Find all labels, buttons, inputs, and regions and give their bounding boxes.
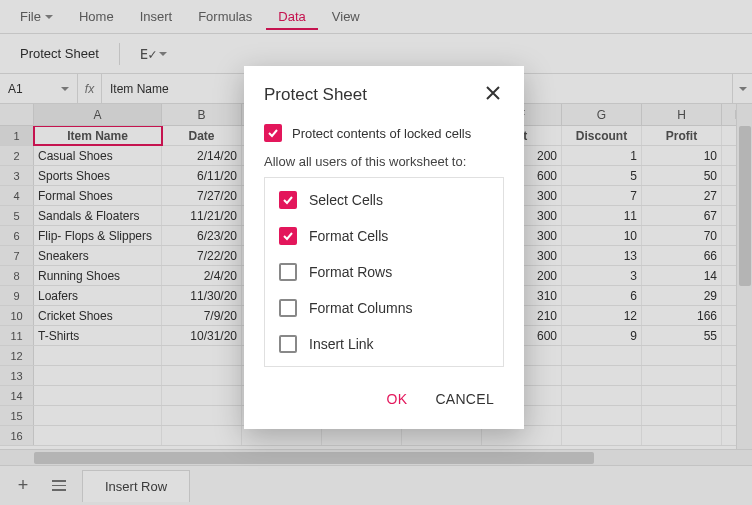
permission-checkbox[interactable] (279, 299, 297, 317)
permission-item[interactable]: Select Cells (265, 182, 503, 218)
permission-checkbox[interactable] (279, 227, 297, 245)
permissions-list: Select CellsFormat CellsFormat RowsForma… (264, 177, 504, 367)
allow-users-label: Allow all users of this worksheet to: (264, 154, 504, 169)
permission-label: Format Rows (309, 264, 392, 280)
cancel-button[interactable]: CANCEL (431, 385, 498, 413)
close-icon (486, 86, 500, 100)
check-icon (282, 230, 294, 242)
permission-item[interactable]: Format Cells (265, 218, 503, 254)
permission-item[interactable]: Format Columns (265, 290, 503, 326)
permission-checkbox[interactable] (279, 263, 297, 281)
protect-contents-checkbox-row[interactable]: Protect contents of locked cells (264, 124, 504, 142)
ok-button[interactable]: OK (383, 385, 412, 413)
protect-sheet-dialog: Protect Sheet Protect contents of locked… (244, 66, 524, 429)
permission-label: Select Cells (309, 192, 383, 208)
protect-contents-checkbox[interactable] (264, 124, 282, 142)
dialog-close-button[interactable] (482, 84, 504, 106)
permission-label: Format Columns (309, 300, 412, 316)
permission-checkbox[interactable] (279, 191, 297, 209)
permission-label: Insert Link (309, 336, 374, 352)
dialog-title: Protect Sheet (264, 85, 367, 105)
permission-checkbox[interactable] (279, 335, 297, 353)
permission-item[interactable]: Format Rows (265, 254, 503, 290)
protect-contents-label: Protect contents of locked cells (292, 126, 471, 141)
check-icon (267, 127, 279, 139)
check-icon (282, 194, 294, 206)
permission-label: Format Cells (309, 228, 388, 244)
permission-item[interactable]: Insert Link (265, 326, 503, 362)
